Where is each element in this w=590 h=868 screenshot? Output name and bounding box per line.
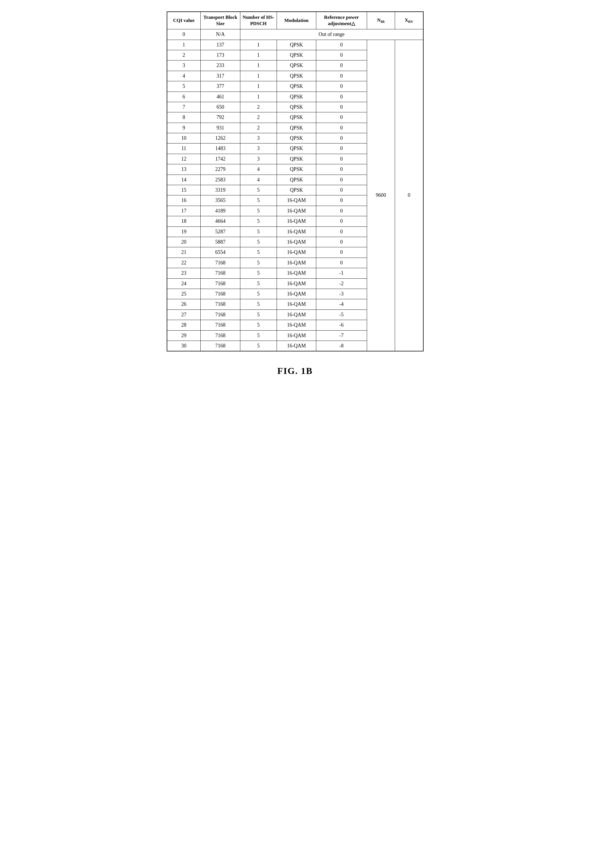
cell-cqi: 11 bbox=[167, 143, 201, 154]
cell-mod: QPSK bbox=[277, 164, 316, 174]
cell-ref: 0 bbox=[316, 40, 367, 50]
cell-mod: QPSK bbox=[277, 154, 316, 164]
cell-ref: -4 bbox=[316, 299, 367, 310]
cell-tbs: 5887 bbox=[201, 237, 240, 247]
cqi-table: CQI value Transport Block Size Number of… bbox=[167, 12, 424, 351]
cell-mod: QPSK bbox=[277, 40, 316, 50]
cell-hs: 4 bbox=[240, 174, 277, 185]
cell-tbs: 4664 bbox=[201, 216, 240, 226]
cell-tbs: 7168 bbox=[201, 341, 240, 351]
cell-tbs: 1262 bbox=[201, 133, 240, 143]
cell-cqi: 19 bbox=[167, 226, 201, 237]
cell-hs: 5 bbox=[240, 299, 277, 310]
xrv-label: X bbox=[405, 18, 408, 23]
cell-mod: 16-QAM bbox=[277, 289, 316, 299]
cell-mod: QPSK bbox=[277, 185, 316, 195]
cell-ref: -8 bbox=[316, 341, 367, 351]
nir-label: N bbox=[377, 18, 380, 23]
cell-cqi: 13 bbox=[167, 164, 201, 174]
cell-out-of-range: Out of range bbox=[240, 30, 423, 40]
cell-mod: 16-QAM bbox=[277, 237, 316, 247]
table-body: 0N/AOut of range11371QPSK09600021731QPSK… bbox=[167, 30, 423, 351]
cell-cqi: 24 bbox=[167, 278, 201, 289]
cell-ref: 0 bbox=[316, 61, 367, 71]
cell-mod: QPSK bbox=[277, 123, 316, 133]
cell-ref: 0 bbox=[316, 206, 367, 216]
cell-hs: 3 bbox=[240, 133, 277, 143]
cell-ref: 0 bbox=[316, 112, 367, 123]
cell-cqi: 6 bbox=[167, 92, 201, 102]
cell-mod: QPSK bbox=[277, 50, 316, 60]
cell-mod: QPSK bbox=[277, 92, 316, 102]
cell-ref: 0 bbox=[316, 71, 367, 81]
cell-cqi: 27 bbox=[167, 310, 201, 320]
cell-mod: 16-QAM bbox=[277, 206, 316, 216]
cell-ref: 0 bbox=[316, 174, 367, 185]
cell-ref: -5 bbox=[316, 310, 367, 320]
cell-hs: 5 bbox=[240, 330, 277, 341]
cell-xrv: 0 bbox=[395, 40, 423, 351]
cell-ref: 0 bbox=[316, 247, 367, 258]
cell-tbs: 1483 bbox=[201, 143, 240, 154]
nir-subscript: IR bbox=[381, 20, 385, 24]
header-cqi: CQI value bbox=[167, 12, 201, 30]
cell-cqi: 18 bbox=[167, 216, 201, 226]
cell-mod: QPSK bbox=[277, 71, 316, 81]
cell-mod: 16-QAM bbox=[277, 330, 316, 341]
cell-cqi: 1 bbox=[167, 40, 201, 50]
cell-mod: 16-QAM bbox=[277, 258, 316, 268]
table-container: CQI value Transport Block Size Number of… bbox=[167, 12, 424, 351]
cell-hs: 1 bbox=[240, 40, 277, 50]
cell-ref: 0 bbox=[316, 123, 367, 133]
cell-hs: 5 bbox=[240, 247, 277, 258]
cell-ref: 0 bbox=[316, 81, 367, 92]
cell-hs: 3 bbox=[240, 154, 277, 164]
cell-tbs: 7168 bbox=[201, 289, 240, 299]
cell-mod: 16-QAM bbox=[277, 320, 316, 330]
cell-mod: 16-QAM bbox=[277, 278, 316, 289]
cell-hs: 2 bbox=[240, 102, 277, 112]
cell-hs: 5 bbox=[240, 226, 277, 237]
cell-tbs: 931 bbox=[201, 123, 240, 133]
cell-cqi: 10 bbox=[167, 133, 201, 143]
cell-cqi: 22 bbox=[167, 258, 201, 268]
cell-ref: 0 bbox=[316, 154, 367, 164]
cell-tbs: 2279 bbox=[201, 164, 240, 174]
cell-mod: QPSK bbox=[277, 174, 316, 185]
cell-ref: -3 bbox=[316, 289, 367, 299]
cell-hs: 5 bbox=[240, 310, 277, 320]
cell-hs: 5 bbox=[240, 268, 277, 278]
cell-cqi: 2 bbox=[167, 50, 201, 60]
cell-cqi: 8 bbox=[167, 112, 201, 123]
cell-hs: 1 bbox=[240, 61, 277, 71]
cell-cqi: 26 bbox=[167, 299, 201, 310]
cell-tbs: 377 bbox=[201, 81, 240, 92]
table-row: 0N/AOut of range bbox=[167, 30, 423, 40]
cell-tbs: 7168 bbox=[201, 299, 240, 310]
cell-hs: 2 bbox=[240, 123, 277, 133]
cell-tbs: 2583 bbox=[201, 174, 240, 185]
cell-tbs: 4189 bbox=[201, 206, 240, 216]
cell-cqi: 28 bbox=[167, 320, 201, 330]
cell-nir: 9600 bbox=[367, 40, 395, 351]
cell-cqi: 0 bbox=[167, 30, 201, 40]
header-hs: Number of HS-PDSCH bbox=[240, 12, 277, 30]
cell-tbs: 7168 bbox=[201, 320, 240, 330]
cell-tbs: 317 bbox=[201, 71, 240, 81]
cell-hs: 5 bbox=[240, 341, 277, 351]
cell-tbs: 7168 bbox=[201, 268, 240, 278]
cell-tbs: 3565 bbox=[201, 195, 240, 206]
cell-hs: 5 bbox=[240, 278, 277, 289]
cell-cqi: 9 bbox=[167, 123, 201, 133]
cell-cqi: 4 bbox=[167, 71, 201, 81]
cell-hs: 5 bbox=[240, 289, 277, 299]
cell-tbs: 7168 bbox=[201, 330, 240, 341]
cell-cqi: 15 bbox=[167, 185, 201, 195]
cell-ref: -1 bbox=[316, 268, 367, 278]
cell-ref: 0 bbox=[316, 92, 367, 102]
cell-cqi: 29 bbox=[167, 330, 201, 341]
cell-mod: 16-QAM bbox=[277, 310, 316, 320]
header-nir: NIR bbox=[367, 12, 395, 30]
cell-cqi: 14 bbox=[167, 174, 201, 185]
cell-mod: 16-QAM bbox=[277, 268, 316, 278]
